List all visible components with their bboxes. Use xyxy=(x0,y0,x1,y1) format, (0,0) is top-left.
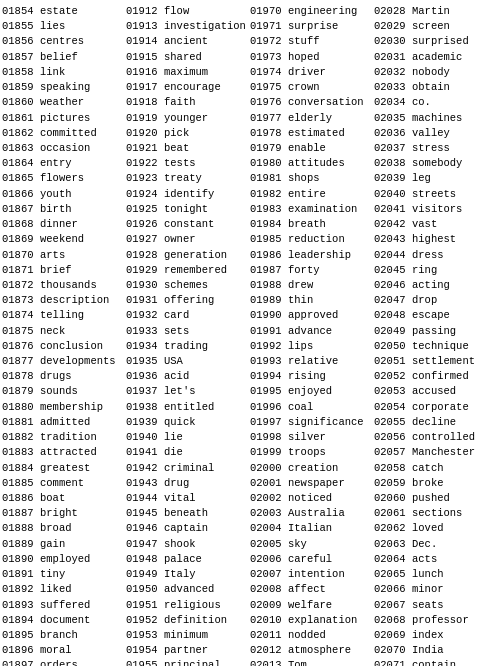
table-row: 01871brief xyxy=(2,263,126,278)
entry-number: 02004 xyxy=(250,521,288,536)
table-row: 01948palace xyxy=(126,552,250,567)
entry-number: 01993 xyxy=(250,354,288,369)
entry-word: moral xyxy=(40,643,72,658)
table-row: 01914ancient xyxy=(126,34,250,49)
table-row: 02063Dec. xyxy=(374,537,498,552)
entry-number: 01893 xyxy=(2,598,40,613)
entry-word: definition xyxy=(164,613,227,628)
table-row: 01875neck xyxy=(2,324,126,339)
table-row: 02004Italian xyxy=(250,521,374,536)
entry-number: 02059 xyxy=(374,476,412,491)
entry-word: creation xyxy=(288,461,338,476)
entry-word: sky xyxy=(288,537,307,552)
table-row: 01999troops xyxy=(250,445,374,460)
table-row: 01888broad xyxy=(2,521,126,536)
entry-word: birth xyxy=(40,202,72,217)
table-row: 01934trading xyxy=(126,339,250,354)
entry-number: 01871 xyxy=(2,263,40,278)
table-row: 01915shared xyxy=(126,50,250,65)
entry-word: forty xyxy=(288,263,320,278)
entry-number: 01923 xyxy=(126,171,164,186)
entry-word: approved xyxy=(288,308,338,323)
table-row: 01887bright xyxy=(2,506,126,521)
table-row: 02070India xyxy=(374,643,498,658)
entry-word: shook xyxy=(164,537,196,552)
table-row: 02000creation xyxy=(250,461,374,476)
entry-number: 01875 xyxy=(2,324,40,339)
table-row: 02067seats xyxy=(374,598,498,613)
entry-number: 01949 xyxy=(126,567,164,582)
table-row: 02044dress xyxy=(374,248,498,263)
entry-word: drew xyxy=(288,278,313,293)
table-row: 01880membership xyxy=(2,400,126,415)
entry-word: beat xyxy=(164,141,189,156)
entry-number: 01889 xyxy=(2,537,40,552)
entry-number: 01874 xyxy=(2,308,40,323)
entry-word: encourage xyxy=(164,80,221,95)
entry-number: 01916 xyxy=(126,65,164,80)
table-row: 01982entire xyxy=(250,187,374,202)
entry-word: identify xyxy=(164,187,214,202)
entry-word: intention xyxy=(288,567,345,582)
entry-word: broke xyxy=(412,476,444,491)
entry-number: 02066 xyxy=(374,582,412,597)
entry-word: greatest xyxy=(40,461,90,476)
entry-word: branch xyxy=(40,628,78,643)
table-row: 01864entry xyxy=(2,156,126,171)
table-row: 01929remembered xyxy=(126,263,250,278)
entry-number: 02012 xyxy=(250,643,288,658)
entry-number: 01884 xyxy=(2,461,40,476)
table-row: 02007intention xyxy=(250,567,374,582)
table-row: 01951religious xyxy=(126,598,250,613)
entry-number: 02033 xyxy=(374,80,412,95)
entry-word: admitted xyxy=(40,415,90,430)
entry-number: 01997 xyxy=(250,415,288,430)
table-row: 01922tests xyxy=(126,156,250,171)
table-row: 01868dinner xyxy=(2,217,126,232)
table-row: 01983examination xyxy=(250,202,374,217)
entry-word: rising xyxy=(288,369,326,384)
entry-number: 01988 xyxy=(250,278,288,293)
entry-word: link xyxy=(40,65,65,80)
entry-word: gain xyxy=(40,537,65,552)
table-row: 02054corporate xyxy=(374,400,498,415)
entry-number: 02067 xyxy=(374,598,412,613)
entry-number: 02055 xyxy=(374,415,412,430)
table-row: 01920pick xyxy=(126,126,250,141)
entry-word: acts xyxy=(412,552,437,567)
entry-number: 01930 xyxy=(126,278,164,293)
column-2: 01970engineering01971surprise01972stuff0… xyxy=(250,4,374,662)
entry-number: 01859 xyxy=(2,80,40,95)
entry-word: contain xyxy=(412,658,456,666)
table-row: 01973hoped xyxy=(250,50,374,65)
entry-word: affect xyxy=(288,582,326,597)
entry-word: flowers xyxy=(40,171,84,186)
entry-word: valley xyxy=(412,126,450,141)
table-row: 01883attracted xyxy=(2,445,126,460)
entry-word: vast xyxy=(412,217,437,232)
entry-number: 02046 xyxy=(374,278,412,293)
entry-number: 01862 xyxy=(2,126,40,141)
entry-number: 02040 xyxy=(374,187,412,202)
table-row: 02012atmosphere xyxy=(250,643,374,658)
entry-word: Italy xyxy=(164,567,196,582)
entry-number: 01892 xyxy=(2,582,40,597)
entry-number: 02056 xyxy=(374,430,412,445)
entry-word: pick xyxy=(164,126,189,141)
table-row: 02010explanation xyxy=(250,613,374,628)
entry-word: minor xyxy=(412,582,444,597)
table-row: 01970engineering xyxy=(250,4,374,19)
entry-word: tests xyxy=(164,156,196,171)
table-row: 02038somebody xyxy=(374,156,498,171)
entry-number: 01885 xyxy=(2,476,40,491)
table-row: 01878drugs xyxy=(2,369,126,384)
entry-number: 01940 xyxy=(126,430,164,445)
entry-number: 02070 xyxy=(374,643,412,658)
entry-number: 01931 xyxy=(126,293,164,308)
entry-number: 01942 xyxy=(126,461,164,476)
table-row: 01977elderly xyxy=(250,111,374,126)
entry-word: weather xyxy=(40,95,84,110)
entry-number: 01998 xyxy=(250,430,288,445)
table-row: 01932card xyxy=(126,308,250,323)
entry-number: 01943 xyxy=(126,476,164,491)
